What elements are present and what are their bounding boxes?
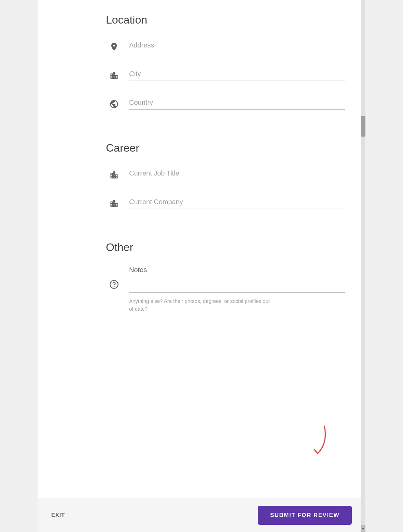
company-input[interactable]	[129, 198, 345, 206]
notes-label: Notes	[129, 266, 345, 274]
address-input[interactable]	[129, 41, 345, 49]
notes-content: Notes Anything else? Are their photos, d…	[129, 266, 345, 313]
company-input-wrapper	[129, 198, 345, 209]
job-title-input-wrapper	[129, 169, 345, 180]
job-building-icon	[106, 167, 122, 183]
career-title: Career	[106, 142, 345, 154]
city-input[interactable]	[129, 70, 345, 78]
submit-button[interactable]: SUBMIT FOR REVIEW	[258, 506, 352, 525]
notes-input[interactable]	[129, 279, 345, 290]
scrollbar-thumb[interactable]	[361, 116, 365, 137]
red-arrow-annotation	[304, 423, 331, 464]
globe-icon	[106, 96, 122, 112]
address-field-row	[106, 39, 345, 55]
notes-section: Notes Anything else? Are their photos, d…	[106, 266, 345, 313]
question-icon	[106, 276, 122, 293]
other-title: Other	[106, 241, 345, 254]
city-field-row	[106, 67, 345, 84]
notes-hint: Anything else? Are their photos, degrees…	[129, 297, 273, 313]
company-building-icon	[106, 195, 122, 212]
job-title-field-row	[106, 167, 345, 183]
scrollbar-track: ▼	[361, 0, 365, 532]
scrollbar-down-arrow[interactable]: ▼	[361, 525, 365, 532]
city-input-wrapper	[129, 70, 345, 81]
city-building-icon	[106, 67, 122, 84]
country-input-wrapper	[129, 99, 345, 110]
footer: EXIT SUBMIT FOR REVIEW	[38, 498, 365, 532]
company-field-row	[106, 195, 345, 212]
location-title: Location	[106, 14, 345, 26]
address-input-wrapper	[129, 41, 345, 52]
notes-input-wrapper	[129, 279, 345, 293]
exit-button[interactable]: EXIT	[51, 512, 65, 519]
country-input[interactable]	[129, 99, 345, 107]
country-field-row	[106, 96, 345, 112]
pin-icon	[106, 39, 122, 55]
job-title-input[interactable]	[129, 169, 345, 177]
